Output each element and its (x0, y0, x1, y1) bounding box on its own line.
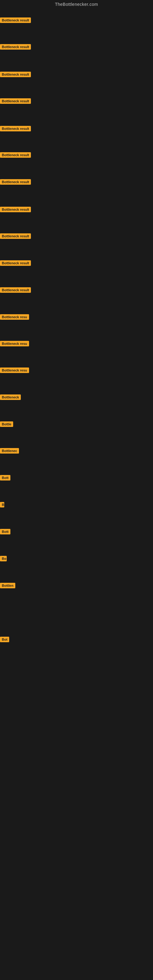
bottleneck-result-row-2: Bottleneck result (0, 44, 31, 51)
bottleneck-badge-17[interactable]: Bottlenec (0, 448, 19, 453)
bottleneck-badge-8[interactable]: Bottleneck result (0, 207, 31, 212)
bottleneck-result-row-6: Bottleneck result (0, 152, 31, 159)
bottleneck-result-row-20: Bott (0, 529, 10, 536)
bottleneck-badge-4[interactable]: Bottleneck result (0, 98, 31, 104)
bottleneck-badge-10[interactable]: Bottleneck result (0, 260, 31, 266)
bottleneck-badge-12[interactable]: Bottleneck resu (0, 314, 29, 320)
bottleneck-badge-5[interactable]: Bottleneck result (0, 126, 31, 131)
site-title: TheBottlenecker.com (0, 0, 153, 9)
bottleneck-badge-13[interactable]: Bottleneck resu (0, 341, 29, 346)
bottleneck-badge-11[interactable]: Bottleneck result (0, 287, 31, 293)
bottleneck-badge-14[interactable]: Bottleneck resu (0, 368, 29, 373)
bottleneck-result-row-13: Bottleneck resu (0, 341, 29, 348)
bottleneck-badge-6[interactable]: Bottleneck result (0, 152, 31, 158)
bottleneck-result-row-9: Bottleneck result (0, 233, 31, 240)
bottleneck-result-row-19: B (0, 502, 4, 509)
bottleneck-badge-20[interactable]: Bott (0, 529, 10, 535)
bottleneck-result-row-21: Bo (0, 556, 7, 563)
bottleneck-result-row-4: Bottleneck result (0, 98, 31, 105)
bottleneck-badge-21[interactable]: Bo (0, 556, 7, 562)
bottleneck-badge-1[interactable]: Bottleneck result (0, 18, 31, 23)
bottleneck-result-row-5: Bottleneck result (0, 126, 31, 133)
bottleneck-badge-9[interactable]: Bottleneck result (0, 233, 31, 239)
bottleneck-badge-24[interactable]: Bot (0, 637, 9, 642)
bottleneck-result-row-14: Bottleneck resu (0, 368, 29, 374)
bottleneck-result-row-15: Bottleneck (0, 395, 21, 401)
bottleneck-badge-3[interactable]: Bottleneck result (0, 72, 31, 77)
bottleneck-badge-15[interactable]: Bottleneck (0, 395, 21, 400)
bottleneck-badge-19[interactable]: B (0, 502, 4, 508)
bottleneck-result-row-17: Bottlenec (0, 448, 19, 455)
bottleneck-result-row-1: Bottleneck result (0, 18, 31, 24)
bottleneck-result-row-11: Bottleneck result (0, 287, 31, 294)
bottleneck-result-row-3: Bottleneck result (0, 72, 31, 78)
bottleneck-badge-7[interactable]: Bottleneck result (0, 179, 31, 185)
bottleneck-result-row-7: Bottleneck result (0, 179, 31, 186)
bottleneck-result-row-12: Bottleneck resu (0, 314, 29, 321)
bottleneck-badge-22[interactable]: Bottlen (0, 583, 15, 588)
bottleneck-result-row-18: Bott (0, 475, 10, 482)
bottleneck-result-row-10: Bottleneck result (0, 260, 31, 267)
bottleneck-result-row-24: Bot (0, 637, 9, 643)
bottleneck-badge-18[interactable]: Bott (0, 475, 10, 480)
bottleneck-result-row-16: Bottle (0, 422, 13, 428)
bottleneck-result-row-22: Bottlen (0, 583, 15, 590)
bottleneck-badge-2[interactable]: Bottleneck result (0, 44, 31, 49)
bottleneck-result-row-8: Bottleneck result (0, 207, 31, 213)
bottleneck-badge-16[interactable]: Bottle (0, 422, 13, 427)
